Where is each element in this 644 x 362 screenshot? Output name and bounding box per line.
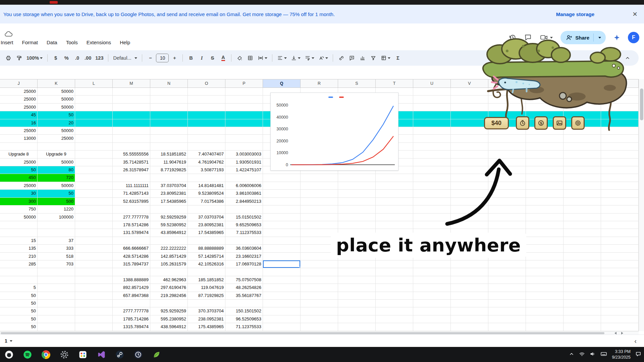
cell-K[interactable]: 50000 <box>38 182 75 190</box>
cell-L[interactable] <box>75 88 113 96</box>
text-wrap-icon[interactable] <box>303 53 316 63</box>
cell-N[interactable]: 462.962963 <box>150 276 188 284</box>
cell-T[interactable] <box>376 182 413 190</box>
cell-S[interactable] <box>338 260 376 268</box>
cell-Z[interactable] <box>601 190 639 197</box>
cell-Z[interactable] <box>601 119 639 127</box>
game-timer-button[interactable] <box>516 116 529 130</box>
visual-studio-icon[interactable] <box>96 349 107 360</box>
cell-Y[interactable] <box>564 276 601 284</box>
cell-Y[interactable] <box>564 214 601 221</box>
cell-Z[interactable] <box>601 245 639 252</box>
cell-W[interactable] <box>488 214 526 221</box>
share-button[interactable]: Share <box>560 31 606 44</box>
cell-S[interactable] <box>338 198 376 205</box>
column-header-N[interactable]: N <box>150 79 188 87</box>
cell-N[interactable] <box>150 174 188 182</box>
cell-P[interactable]: 23.16602317 <box>225 253 263 260</box>
cell-O[interactable] <box>188 268 225 276</box>
cell-S[interactable] <box>338 300 376 307</box>
cell-P[interactable]: 7.112375533 <box>225 229 263 237</box>
cell-U[interactable] <box>413 135 451 142</box>
cell-K[interactable]: 25000 <box>38 135 75 142</box>
cell-Q[interactable] <box>263 268 301 276</box>
fill-color-icon[interactable] <box>234 53 245 63</box>
cell-W[interactable] <box>488 323 526 331</box>
cell-X[interactable] <box>526 182 564 190</box>
cell-X[interactable] <box>526 205 564 213</box>
cell-O[interactable] <box>188 143 225 150</box>
cell-M[interactable]: 1388.888889 <box>113 276 150 284</box>
cell-X[interactable] <box>526 104 564 111</box>
cell-Y[interactable] <box>564 96 601 103</box>
cell-N[interactable]: 925.9259259 <box>150 307 188 315</box>
cell-M[interactable]: 71.42857143 <box>113 190 150 197</box>
cell-N[interactable] <box>150 104 188 111</box>
cell-M[interactable] <box>113 205 150 213</box>
cell-Q[interactable] <box>263 214 301 221</box>
cell-L[interactable] <box>75 182 113 190</box>
wifi-icon[interactable] <box>579 351 585 358</box>
cell-L[interactable] <box>75 245 113 252</box>
cell-L[interactable] <box>75 237 113 245</box>
table-tools-icon[interactable] <box>379 53 392 63</box>
cell-R[interactable] <box>301 205 338 213</box>
cell-Y[interactable] <box>564 166 601 174</box>
cell-N[interactable] <box>150 143 188 150</box>
cell-T[interactable] <box>376 198 413 205</box>
cell-W[interactable] <box>488 315 526 323</box>
cell-P[interactable] <box>225 205 263 213</box>
cell-O[interactable]: 119.047619 <box>188 284 225 292</box>
cell-X[interactable] <box>526 221 564 229</box>
cell-U[interactable] <box>413 276 451 284</box>
cell-N[interactable] <box>150 119 188 127</box>
cell-N[interactable]: 23.80952381 <box>150 190 188 197</box>
insert-link-icon[interactable] <box>336 53 346 63</box>
embedded-chart[interactable]: 50000400003000020000100000 <box>270 93 398 171</box>
cell-O[interactable] <box>188 174 225 182</box>
cell-V[interactable] <box>451 268 488 276</box>
cell-S[interactable] <box>338 221 376 229</box>
cell-L[interactable] <box>75 300 113 307</box>
cell-Y[interactable] <box>564 268 601 276</box>
cell-J[interactable]: 25000 <box>0 96 38 103</box>
cell-K[interactable]: 20 <box>38 119 75 127</box>
column-header-P[interactable]: P <box>225 79 263 87</box>
cell-L[interactable] <box>75 292 113 300</box>
menu-help[interactable]: Help <box>120 40 130 45</box>
cell-N[interactable] <box>150 127 188 135</box>
cell-P[interactable]: 71.12375533 <box>225 323 263 331</box>
cell-M[interactable]: 52.63157895 <box>113 198 150 205</box>
cell-U[interactable] <box>413 190 451 197</box>
cell-Y[interactable] <box>564 221 601 229</box>
cell-Q[interactable] <box>263 276 301 284</box>
cell-N[interactable]: 222.2222222 <box>150 245 188 252</box>
cell-X[interactable] <box>526 300 564 307</box>
cell-P[interactable]: 3.861003861 <box>225 190 263 197</box>
cell-W[interactable] <box>488 205 526 213</box>
cell-M[interactable]: 131.5789474 <box>113 229 150 237</box>
github-icon[interactable] <box>3 349 15 360</box>
cell-P[interactable]: 6.006006006 <box>225 182 263 190</box>
cell-T[interactable] <box>376 300 413 307</box>
chrome-icon[interactable] <box>40 349 52 360</box>
cell-Q[interactable] <box>263 307 301 315</box>
cell-Q[interactable] <box>263 315 301 323</box>
cell-Y[interactable] <box>564 307 601 315</box>
cell-K[interactable]: 518 <box>38 253 75 260</box>
cell-U[interactable] <box>413 174 451 182</box>
cell-O[interactable] <box>188 111 225 119</box>
cell-L[interactable] <box>75 166 113 174</box>
cell-Y[interactable] <box>564 253 601 260</box>
cell-Q[interactable] <box>263 245 301 252</box>
cell-R[interactable] <box>301 307 338 315</box>
cell-J[interactable] <box>0 276 38 284</box>
cell-J[interactable]: 450 <box>0 174 38 182</box>
cell-J[interactable] <box>0 268 38 276</box>
cell-M[interactable] <box>113 127 150 135</box>
cell-L[interactable] <box>75 229 113 237</box>
cell-S[interactable] <box>338 284 376 292</box>
cell-X[interactable] <box>526 143 564 150</box>
cell-J[interactable]: 300 <box>0 198 38 205</box>
cell-T[interactable] <box>376 292 413 300</box>
